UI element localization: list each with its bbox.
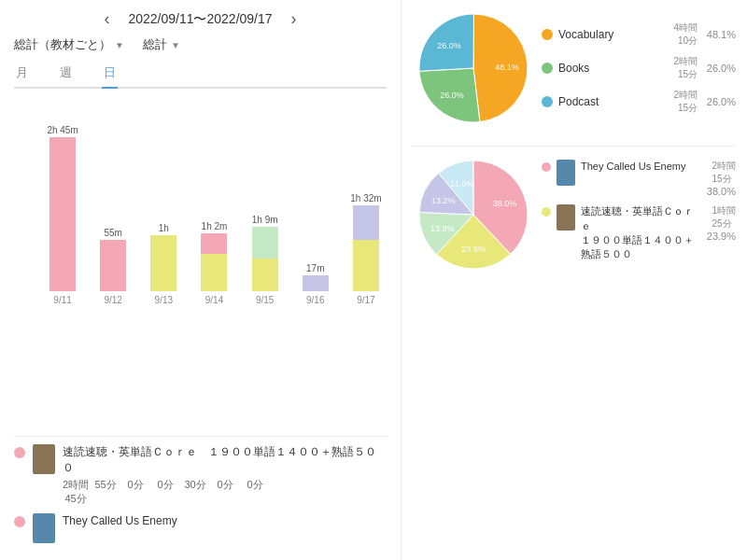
bar-group: 17m9/16 bbox=[295, 263, 336, 305]
bar-segment bbox=[252, 227, 278, 259]
svg-text:13.2%: 13.2% bbox=[431, 196, 456, 205]
groupby-filter[interactable]: 総計（教材ごと） ▼ bbox=[14, 36, 124, 53]
legend-time: 2時間 15分 bbox=[673, 55, 698, 81]
bar-stack bbox=[100, 240, 126, 291]
item-content: 速読速聴・英単語Ｃｏｒｅ １９００単語１４００＋熟語５００2時間 45分55分0… bbox=[63, 444, 387, 506]
bar-segment bbox=[49, 137, 76, 291]
tab-month[interactable]: 月 bbox=[14, 61, 30, 87]
bar-top-label: 17m bbox=[306, 263, 324, 273]
material-stats: 1時間 25分23.9% bbox=[707, 204, 736, 242]
item-time-value: 0分 bbox=[242, 478, 268, 506]
legend-pct: 26.0% bbox=[703, 96, 736, 107]
bar-top-label: 55m bbox=[104, 228, 121, 238]
material-dot bbox=[542, 162, 551, 172]
bar-top-label: 1h 2m bbox=[202, 221, 228, 231]
material-pct: 38.0% bbox=[707, 186, 736, 197]
legend-item: Books2時間 15分26.0% bbox=[542, 55, 736, 81]
material-legend: They Called Us Enemy2時間 15分38.0%速読速聴・英単語… bbox=[542, 160, 736, 270]
bar-segment bbox=[201, 254, 227, 291]
bar-bottom-label: 9/11 bbox=[53, 295, 71, 305]
item-color-dot bbox=[14, 516, 25, 527]
item-time-value: 55分 bbox=[92, 478, 119, 506]
category-legend: Vocabulary4時間 10分48.1%Books2時間 15分26.0%P… bbox=[542, 21, 736, 115]
material-stats: 2時間 15分38.0% bbox=[707, 160, 736, 197]
svg-text:26.0%: 26.0% bbox=[440, 91, 464, 100]
material-thumb bbox=[557, 204, 575, 231]
bar-bottom-label: 9/15 bbox=[256, 295, 274, 305]
bar-group: 1h9/13 bbox=[143, 223, 184, 305]
bar-top-label: 1h bbox=[159, 223, 169, 233]
item-content: They Called Us Enemy bbox=[63, 513, 387, 529]
material-thumb bbox=[557, 160, 575, 186]
bar-top-label: 1h 9m bbox=[252, 215, 278, 225]
tab-day[interactable]: 日 bbox=[102, 61, 118, 89]
date-navigation: ‹ 2022/09/11〜2022/09/17 › bbox=[14, 9, 387, 29]
item-color-dot bbox=[14, 447, 25, 458]
svg-text:48.1%: 48.1% bbox=[495, 63, 519, 72]
list-item: They Called Us Enemy bbox=[14, 513, 387, 543]
item-times-row: 2時間 45分55分0分0分30分0分0分 bbox=[63, 478, 387, 506]
bar-segment bbox=[353, 205, 379, 240]
prev-button[interactable]: ‹ bbox=[104, 9, 109, 29]
category-pie-chart: 48.1%26.0%26.0% bbox=[413, 7, 534, 129]
legend-time: 2時間 15分 bbox=[673, 89, 698, 115]
bar-segment bbox=[353, 240, 379, 291]
tab-week[interactable]: 週 bbox=[58, 61, 74, 87]
next-button[interactable]: › bbox=[291, 9, 297, 29]
bar-stack bbox=[150, 235, 176, 291]
bar-stack bbox=[201, 233, 227, 291]
material-title: 速読速聴・英単語Ｃｏｒｅ １９００単語１４００＋ 熟語５００ bbox=[581, 204, 701, 262]
date-range-label: 2022/09/11〜2022/09/17 bbox=[128, 11, 272, 28]
bar-segment bbox=[201, 233, 227, 254]
legend-dot bbox=[542, 29, 553, 40]
item-thumbnail bbox=[33, 444, 55, 474]
groupby-arrow-icon: ▼ bbox=[115, 40, 124, 50]
legend-dot bbox=[542, 63, 553, 74]
material-title: They Called Us Enemy bbox=[581, 160, 701, 174]
legend-label: Books bbox=[558, 62, 668, 75]
legend-pct: 26.0% bbox=[703, 63, 736, 74]
legend-dot bbox=[542, 96, 553, 107]
material-content: 速読速聴・英単語Ｃｏｒｅ １９００単語１４００＋ 熟語５００ bbox=[581, 204, 701, 262]
item-time-value: 2時間 45分 bbox=[63, 478, 89, 506]
svg-text:38.0%: 38.0% bbox=[493, 199, 517, 208]
material-legend-item: They Called Us Enemy2時間 15分38.0% bbox=[542, 160, 736, 197]
material-pie-chart: 38.0%23.9%13.8%13.2%11.0% bbox=[413, 154, 534, 275]
bar-bottom-label: 9/16 bbox=[306, 295, 324, 305]
activity-list: 速読速聴・英単語Ｃｏｒｅ １９００単語１４００＋熟語５００2時間 45分55分0… bbox=[14, 436, 387, 551]
total-filter[interactable]: 総計 ▼ bbox=[143, 36, 180, 53]
item-title: They Called Us Enemy bbox=[63, 513, 387, 529]
legend-pct: 48.1% bbox=[703, 29, 736, 40]
bar-stack bbox=[252, 227, 278, 291]
material-pct: 23.9% bbox=[707, 231, 736, 242]
bar-bottom-label: 9/14 bbox=[205, 295, 223, 305]
list-item: 速読速聴・英単語Ｃｏｒｅ １９００単語１４００＋熟語５００2時間 45分55分0… bbox=[14, 444, 387, 506]
material-time: 2時間 15分 bbox=[712, 160, 736, 186]
item-time-value: 30分 bbox=[182, 478, 208, 506]
bar-bottom-label: 9/13 bbox=[155, 295, 173, 305]
item-time-value: 0分 bbox=[212, 478, 238, 506]
period-tabs: 月 週 日 bbox=[14, 61, 387, 89]
bar-stack bbox=[353, 205, 379, 291]
bar-top-label: 1h 32m bbox=[350, 193, 381, 203]
svg-text:11.0%: 11.0% bbox=[450, 179, 474, 189]
item-title: 速読速聴・英単語Ｃｏｒｅ １９００単語１４００＋熟語５００ bbox=[63, 444, 387, 476]
filters-row: 総計（教材ごと） ▼ 総計 ▼ bbox=[14, 36, 387, 53]
item-time-value: 0分 bbox=[122, 478, 148, 506]
bar-group: 1h 32m9/17 bbox=[345, 193, 387, 305]
bar-chart: 2h 45m9/1155m9/121h9/131h 2m9/141h 9m9/1… bbox=[14, 100, 387, 436]
bar-bottom-label: 9/12 bbox=[104, 295, 121, 305]
bar-segment bbox=[303, 275, 329, 291]
material-dot bbox=[542, 207, 551, 217]
svg-text:26.0%: 26.0% bbox=[437, 41, 461, 50]
legend-label: Vocabulary bbox=[558, 28, 668, 41]
legend-time: 4時間 10分 bbox=[673, 21, 698, 48]
bar-group: 2h 45m9/11 bbox=[42, 125, 83, 305]
bar-stack bbox=[49, 137, 76, 291]
bar-segment bbox=[150, 235, 176, 291]
legend-item: Podcast2時間 15分26.0% bbox=[542, 89, 736, 115]
item-thumbnail bbox=[33, 513, 55, 543]
material-legend-item: 速読速聴・英単語Ｃｏｒｅ １９００単語１４００＋ 熟語５００1時間 25分23.… bbox=[542, 204, 736, 262]
bar-group: 1h 2m9/14 bbox=[193, 221, 234, 305]
bar-stack bbox=[303, 275, 329, 291]
